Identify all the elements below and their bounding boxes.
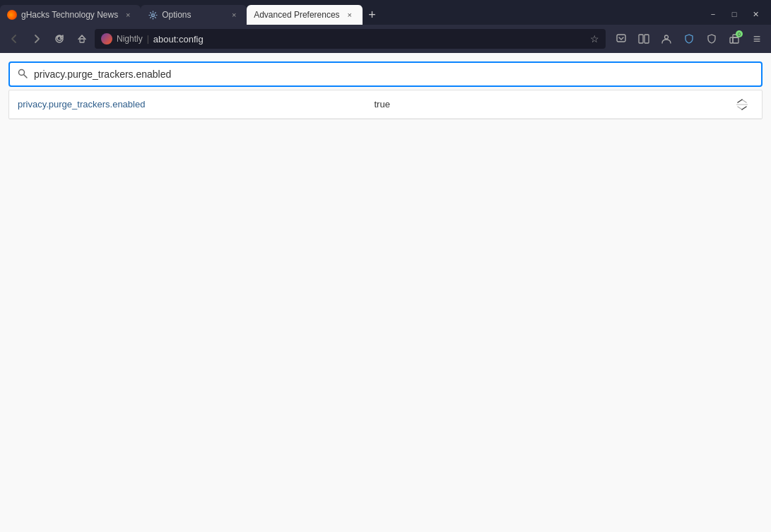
- tab-advanced-preferences[interactable]: Advanced Preferences ×: [247, 5, 362, 25]
- maximize-button[interactable]: □: [724, 7, 744, 21]
- tracking-protection-icon[interactable]: [679, 29, 699, 49]
- tab-ghacks-label: gHacks Technology News: [21, 10, 118, 20]
- tab-ghacks-close[interactable]: ×: [122, 9, 134, 20]
- tab-ghacks[interactable]: gHacks Technology News ×: [0, 5, 141, 25]
- toolbar-icons: 0 ≡: [611, 29, 767, 49]
- minimize-button[interactable]: −: [703, 7, 723, 21]
- svg-rect-2: [617, 35, 625, 42]
- preference-search-input[interactable]: [34, 69, 754, 80]
- navbar: Nightly | ☆: [0, 25, 771, 53]
- url-input[interactable]: [153, 34, 586, 45]
- preference-name: privacy.purge_trackers.enabled: [18, 99, 375, 110]
- table-row[interactable]: privacy.purge_trackers.enabled true: [9, 90, 762, 119]
- titlebar: gHacks Technology News × Options × Advan…: [0, 0, 771, 25]
- svg-rect-4: [645, 35, 649, 43]
- tab-options[interactable]: Options ×: [141, 5, 247, 25]
- forward-button[interactable]: [27, 29, 47, 49]
- url-separator: |: [147, 34, 149, 44]
- results-table: privacy.purge_trackers.enabled true: [8, 90, 763, 119]
- content-area: privacy.purge_trackers.enabled true: [0, 53, 771, 532]
- close-button[interactable]: ✕: [746, 7, 765, 21]
- extensions-button[interactable]: 0: [724, 29, 744, 49]
- preference-value: true: [375, 99, 731, 110]
- account-icon[interactable]: [657, 29, 676, 49]
- tab-advanced-label: Advanced Preferences: [254, 10, 339, 20]
- security-icon[interactable]: [702, 29, 722, 49]
- bookmark-star-icon[interactable]: ☆: [590, 33, 599, 45]
- tab-options-label: Options: [162, 10, 224, 20]
- svg-point-5: [665, 35, 669, 39]
- svg-rect-8: [733, 37, 738, 43]
- tab-options-close[interactable]: ×: [228, 9, 240, 20]
- reader-view-icon[interactable]: [634, 29, 654, 49]
- window-controls: − □ ✕: [698, 7, 771, 21]
- url-bar-container[interactable]: Nightly | ☆: [95, 29, 606, 49]
- options-favicon-icon: [148, 10, 158, 20]
- menu-button[interactable]: ≡: [747, 29, 767, 49]
- search-icon: [17, 68, 28, 81]
- ghacks-favicon-icon: [7, 10, 17, 20]
- new-tab-button[interactable]: +: [363, 5, 382, 25]
- svg-rect-1: [80, 39, 84, 42]
- back-button[interactable]: [4, 29, 24, 49]
- toggle-button[interactable]: [731, 93, 753, 116]
- nightly-icon: [101, 33, 112, 45]
- extensions-badge: 0: [736, 30, 743, 37]
- svg-point-0: [151, 13, 154, 16]
- tab-strip: gHacks Technology News × Options × Advan…: [0, 3, 698, 25]
- search-container: [8, 61, 763, 87]
- reload-button[interactable]: [49, 29, 69, 49]
- tab-advanced-close[interactable]: ×: [344, 9, 355, 20]
- svg-line-10: [24, 74, 28, 78]
- svg-rect-3: [639, 35, 643, 43]
- nightly-label: Nightly: [117, 34, 143, 44]
- home-button[interactable]: [72, 29, 92, 49]
- pocket-icon[interactable]: [611, 29, 631, 49]
